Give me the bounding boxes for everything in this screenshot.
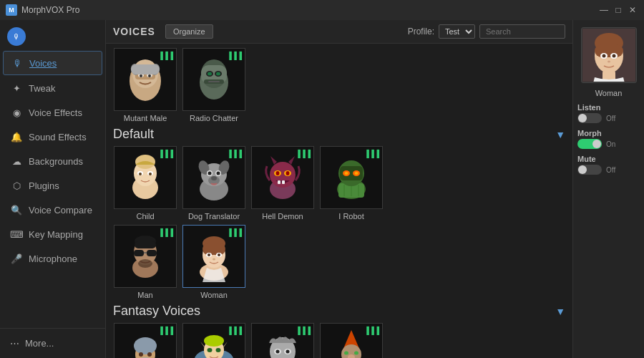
voice-card-woman[interactable]: ▐▐▐ — [182, 225, 246, 299]
titlebar-controls: — □ ✕ — [598, 4, 638, 16]
morph-toggle[interactable] — [577, 139, 602, 149]
voice-card-dog-translator[interactable]: ▐▐▐ — [182, 146, 246, 221]
voices-icon: 🎙 — [11, 57, 24, 69]
mute-toggle[interactable] — [577, 165, 602, 175]
sidebar-label-microphone: Microphone — [29, 253, 77, 264]
svg-point-102 — [344, 352, 348, 355]
svg-point-89 — [208, 348, 213, 352]
section-header-fantasy: Fantasy Voices ▼ — [113, 304, 565, 319]
voice-name-dog-translator: Dog Translator — [188, 212, 240, 221]
more-button[interactable]: ⋯ More... — [7, 334, 98, 352]
voice-thumb-giant: ▐▐▐ — [251, 323, 314, 358]
sidebar-item-microphone[interactable]: 🎤 Microphone — [3, 247, 102, 270]
char-hell-demon — [258, 152, 307, 203]
mute-state: Off — [606, 166, 615, 174]
sidebar-label-plugins: Plugins — [29, 180, 59, 191]
listen-label: Listen — [577, 103, 640, 112]
profile-select[interactable]: Test — [439, 24, 475, 39]
voice-card-radio-chatter[interactable]: ▐▐▐ R — [182, 48, 246, 122]
app-title: MorphVOX Pro — [21, 5, 79, 15]
voice-card-giant[interactable]: ▐▐▐ — [250, 323, 315, 358]
section-title-default: Default — [113, 127, 154, 142]
voice-thumb-mutant-male: ▐▐▐ — [114, 48, 177, 111]
chevron-down-icon-fantasy[interactable]: ▼ — [555, 306, 565, 317]
svg-rect-45 — [282, 180, 285, 184]
close-button[interactable]: ✕ — [627, 4, 638, 16]
voice-card-dwarf[interactable]: ▐▐▐ — [113, 323, 177, 358]
default-voices-row-2: ▐▐▐ — [113, 225, 565, 299]
voice-thumb-dog-translator: ▐▐▐ — [182, 146, 245, 209]
svg-point-15 — [208, 72, 212, 76]
signal-icon-dog-translator: ▐▐▐ — [227, 150, 242, 158]
sidebar-label-backgrounds: Backgrounds — [29, 156, 83, 167]
voice-thumb-dwarf: ▐▐▐ — [114, 323, 177, 358]
voice-card-nasty-gnome[interactable]: ▐▐▐ — [319, 323, 384, 358]
voice-card-child[interactable]: ▐▐▐ Child — [113, 146, 177, 221]
morph-label: Morph — [577, 129, 640, 137]
svg-point-42 — [276, 171, 280, 175]
svg-point-115 — [608, 61, 610, 63]
svg-point-24 — [149, 173, 152, 175]
minimize-button[interactable]: — — [598, 4, 610, 16]
svg-point-81 — [147, 352, 152, 357]
plugins-icon: ⬡ — [10, 179, 23, 192]
voice-card-i-robot[interactable]: ▐▐▐ — [319, 146, 384, 221]
profile-section: Profile: Test — [408, 24, 565, 39]
svg-marker-39 — [288, 156, 295, 165]
voice-compare-icon: 🔍 — [10, 203, 23, 216]
more-label: More... — [25, 338, 54, 349]
voice-card-hell-demon[interactable]: ▐▐▐ — [250, 146, 315, 221]
voice-thumb-man: ▐▐▐ — [114, 225, 177, 288]
voices-scroll[interactable]: ▐▐▐ — [106, 44, 572, 358]
sidebar-item-sound-effects[interactable]: 🔔 Sound Effects — [3, 125, 102, 148]
sidebar-item-backgrounds[interactable]: ☁ Backgrounds — [3, 150, 102, 173]
char-dog-translator — [190, 152, 238, 203]
toolbar: VOICES Organize Profile: Test — [106, 20, 572, 44]
sidebar-item-key-mapping[interactable]: ⌨ Key Mapping — [3, 223, 102, 246]
voice-card-female-pixie[interactable]: ▐▐▐ — [182, 323, 246, 358]
char-man — [121, 231, 170, 282]
svg-point-56 — [355, 172, 358, 175]
backgrounds-icon: ☁ — [10, 155, 23, 168]
voice-name-hell-demon: Hell Demon — [262, 212, 303, 221]
chevron-down-icon-default[interactable]: ▼ — [555, 129, 565, 140]
signal-icon-mutant-male: ▐▐▐ — [158, 52, 173, 59]
organize-button[interactable]: Organize — [165, 24, 213, 39]
signal-icon-child: ▐▐▐ — [158, 150, 173, 158]
svg-point-35 — [211, 176, 217, 180]
voices-title: VOICES — [113, 26, 155, 37]
voice-card-mutant-male[interactable]: ▐▐▐ — [113, 48, 177, 122]
voice-thumb-female-pixie: ▐▐▐ — [182, 323, 245, 358]
svg-point-33 — [217, 172, 220, 175]
svg-point-64 — [138, 259, 152, 268]
mute-toggle-knob — [578, 165, 587, 174]
sidebar-item-tweak[interactable]: ✦ Tweak — [3, 77, 102, 100]
voice-thumb-radio-chatter: ▐▐▐ — [182, 48, 245, 111]
svg-point-74 — [213, 258, 215, 261]
featured-voices-row: ▐▐▐ — [113, 48, 565, 122]
morph-state: On — [606, 140, 615, 148]
sidebar-nav: 🎙 Voices ✦ Tweak ◉ Voice Effects 🔔 Sound… — [0, 50, 105, 328]
svg-point-23 — [139, 173, 142, 175]
voice-card-man[interactable]: ▐▐▐ — [113, 225, 177, 299]
maximize-button[interactable]: □ — [613, 4, 624, 16]
voice-name-radio-chatter: Radio Chatter — [190, 114, 238, 122]
microphone-icon: 🎤 — [10, 252, 23, 265]
section-header-default: Default ▼ — [113, 127, 565, 142]
morph-toggle-row: On — [577, 139, 640, 149]
sidebar-footer: ⋯ More... — [0, 328, 105, 358]
sidebar-label-voices: Voices — [29, 58, 57, 69]
svg-point-73 — [218, 253, 220, 256]
svg-rect-109 — [595, 44, 623, 57]
svg-point-80 — [139, 352, 143, 357]
sidebar-item-voice-effects[interactable]: ◉ Voice Effects — [3, 101, 102, 124]
svg-point-96 — [276, 350, 280, 354]
sidebar-item-voice-compare[interactable]: 🔍 Voice Compare — [3, 198, 102, 221]
mute-label: Mute — [577, 155, 640, 163]
listen-toggle[interactable] — [577, 113, 602, 123]
char-child — [121, 152, 170, 203]
sidebar-item-voices[interactable]: 🎙 Voices — [3, 51, 102, 75]
svg-point-16 — [216, 72, 220, 76]
search-input[interactable] — [479, 24, 565, 39]
sidebar-item-plugins[interactable]: ⬡ Plugins — [3, 174, 102, 197]
